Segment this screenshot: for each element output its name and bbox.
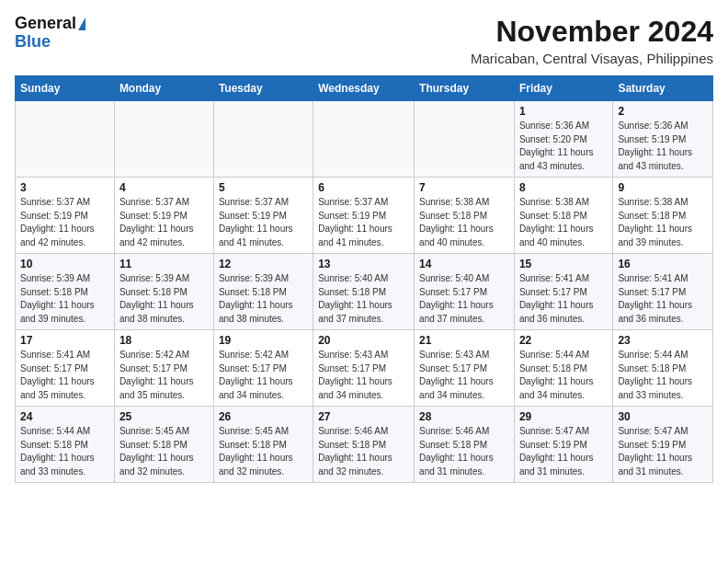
- day-number: 11: [119, 258, 209, 270]
- day-number: 20: [318, 334, 409, 347]
- calendar-cell: 17Sunrise: 5:41 AM Sunset: 5:17 PM Dayli…: [16, 330, 115, 407]
- day-number: 4: [119, 181, 209, 194]
- calendar-cell: 3Sunrise: 5:37 AM Sunset: 5:19 PM Daylig…: [16, 178, 115, 254]
- calendar-cell: 4Sunrise: 5:37 AM Sunset: 5:19 PM Daylig…: [114, 178, 213, 254]
- day-number: 9: [618, 181, 708, 194]
- calendar-cell: 21Sunrise: 5:43 AM Sunset: 5:17 PM Dayli…: [415, 330, 515, 407]
- weekday-header-sunday: Sunday: [16, 76, 115, 101]
- day-number: 15: [519, 258, 608, 270]
- day-number: 10: [20, 258, 109, 270]
- calendar-cell: [313, 101, 415, 178]
- calendar-cell: 14Sunrise: 5:40 AM Sunset: 5:17 PM Dayli…: [415, 254, 515, 330]
- calendar-cell: 1Sunrise: 5:36 AM Sunset: 5:20 PM Daylig…: [514, 101, 612, 178]
- calendar-cell: 12Sunrise: 5:39 AM Sunset: 5:18 PM Dayli…: [213, 254, 313, 330]
- day-number: 3: [20, 181, 109, 194]
- day-info: Sunrise: 5:39 AM Sunset: 5:18 PM Dayligh…: [219, 272, 308, 326]
- day-info: Sunrise: 5:43 AM Sunset: 5:17 PM Dayligh…: [419, 349, 509, 402]
- calendar-cell: 2Sunrise: 5:36 AM Sunset: 5:19 PM Daylig…: [613, 101, 713, 178]
- day-info: Sunrise: 5:40 AM Sunset: 5:18 PM Dayligh…: [318, 272, 409, 326]
- calendar-cell: 19Sunrise: 5:42 AM Sunset: 5:17 PM Dayli…: [213, 330, 313, 407]
- day-info: Sunrise: 5:46 AM Sunset: 5:18 PM Dayligh…: [419, 425, 509, 478]
- day-number: 28: [419, 410, 509, 423]
- day-info: Sunrise: 5:39 AM Sunset: 5:18 PM Dayligh…: [20, 272, 109, 326]
- day-number: 12: [219, 258, 308, 270]
- day-number: 27: [318, 410, 409, 423]
- calendar-cell: 7Sunrise: 5:38 AM Sunset: 5:18 PM Daylig…: [415, 178, 515, 254]
- calendar-table: SundayMondayTuesdayWednesdayThursdayFrid…: [15, 75, 713, 483]
- weekday-header-friday: Friday: [514, 76, 612, 101]
- logo-text-general: General: [15, 15, 85, 33]
- day-info: Sunrise: 5:47 AM Sunset: 5:19 PM Dayligh…: [519, 425, 608, 478]
- day-info: Sunrise: 5:38 AM Sunset: 5:18 PM Dayligh…: [419, 196, 509, 249]
- day-number: 29: [519, 410, 608, 423]
- day-number: 23: [618, 334, 708, 347]
- day-info: Sunrise: 5:41 AM Sunset: 5:17 PM Dayligh…: [519, 272, 608, 326]
- day-info: Sunrise: 5:36 AM Sunset: 5:19 PM Dayligh…: [618, 120, 708, 173]
- calendar-cell: 8Sunrise: 5:38 AM Sunset: 5:18 PM Daylig…: [514, 178, 612, 254]
- calendar-cell: 30Sunrise: 5:47 AM Sunset: 5:19 PM Dayli…: [613, 407, 713, 483]
- calendar-cell: 27Sunrise: 5:46 AM Sunset: 5:18 PM Dayli…: [313, 407, 415, 483]
- month-title: November 2024: [471, 15, 713, 49]
- day-number: 17: [20, 334, 109, 347]
- calendar-week-5: 24Sunrise: 5:44 AM Sunset: 5:18 PM Dayli…: [16, 407, 713, 483]
- logo-text-blue: Blue: [15, 33, 51, 52]
- page-header: General Blue November 2024 Maricaban, Ce…: [15, 15, 713, 66]
- day-number: 8: [519, 181, 608, 194]
- calendar-cell: 5Sunrise: 5:37 AM Sunset: 5:19 PM Daylig…: [213, 178, 313, 254]
- day-number: 7: [419, 181, 509, 194]
- day-info: Sunrise: 5:36 AM Sunset: 5:20 PM Dayligh…: [519, 120, 608, 173]
- day-number: 18: [119, 334, 209, 347]
- day-number: 21: [419, 334, 509, 347]
- calendar-cell: 9Sunrise: 5:38 AM Sunset: 5:18 PM Daylig…: [613, 178, 713, 254]
- calendar-cell: 26Sunrise: 5:45 AM Sunset: 5:18 PM Dayli…: [213, 407, 313, 483]
- weekday-header-row: SundayMondayTuesdayWednesdayThursdayFrid…: [16, 76, 713, 101]
- day-number: 25: [119, 410, 209, 423]
- calendar-cell: 23Sunrise: 5:44 AM Sunset: 5:18 PM Dayli…: [613, 330, 713, 407]
- day-number: 14: [419, 258, 509, 270]
- weekday-header-thursday: Thursday: [415, 76, 515, 101]
- calendar-cell: 28Sunrise: 5:46 AM Sunset: 5:18 PM Dayli…: [415, 407, 515, 483]
- day-info: Sunrise: 5:40 AM Sunset: 5:17 PM Dayligh…: [419, 272, 509, 326]
- calendar-cell: 13Sunrise: 5:40 AM Sunset: 5:18 PM Dayli…: [313, 254, 415, 330]
- day-info: Sunrise: 5:42 AM Sunset: 5:17 PM Dayligh…: [119, 349, 209, 402]
- day-number: 1: [519, 105, 608, 118]
- calendar-week-3: 10Sunrise: 5:39 AM Sunset: 5:18 PM Dayli…: [16, 254, 713, 330]
- day-number: 24: [20, 410, 109, 423]
- weekday-header-wednesday: Wednesday: [313, 76, 415, 101]
- day-number: 2: [618, 105, 708, 118]
- day-info: Sunrise: 5:38 AM Sunset: 5:18 PM Dayligh…: [618, 196, 708, 249]
- day-info: Sunrise: 5:44 AM Sunset: 5:18 PM Dayligh…: [20, 425, 109, 478]
- calendar-cell: [114, 101, 213, 178]
- day-info: Sunrise: 5:41 AM Sunset: 5:17 PM Dayligh…: [618, 272, 708, 326]
- day-info: Sunrise: 5:43 AM Sunset: 5:17 PM Dayligh…: [318, 349, 409, 402]
- day-number: 19: [219, 334, 308, 347]
- logo: General Blue: [15, 15, 85, 52]
- day-info: Sunrise: 5:47 AM Sunset: 5:19 PM Dayligh…: [618, 425, 708, 478]
- day-info: Sunrise: 5:37 AM Sunset: 5:19 PM Dayligh…: [20, 196, 109, 249]
- weekday-header-saturday: Saturday: [613, 76, 713, 101]
- calendar-cell: 24Sunrise: 5:44 AM Sunset: 5:18 PM Dayli…: [16, 407, 115, 483]
- day-info: Sunrise: 5:39 AM Sunset: 5:18 PM Dayligh…: [119, 272, 209, 326]
- day-info: Sunrise: 5:44 AM Sunset: 5:18 PM Dayligh…: [618, 349, 708, 402]
- calendar-cell: [213, 101, 313, 178]
- day-info: Sunrise: 5:37 AM Sunset: 5:19 PM Dayligh…: [119, 196, 209, 249]
- day-number: 13: [318, 258, 409, 270]
- day-info: Sunrise: 5:37 AM Sunset: 5:19 PM Dayligh…: [318, 196, 409, 249]
- day-number: 5: [219, 181, 308, 194]
- location-title: Maricaban, Central Visayas, Philippines: [471, 51, 713, 66]
- calendar-cell: [415, 101, 515, 178]
- calendar-week-4: 17Sunrise: 5:41 AM Sunset: 5:17 PM Dayli…: [16, 330, 713, 407]
- day-info: Sunrise: 5:46 AM Sunset: 5:18 PM Dayligh…: [318, 425, 409, 478]
- calendar-cell: 22Sunrise: 5:44 AM Sunset: 5:18 PM Dayli…: [514, 330, 612, 407]
- calendar-cell: 25Sunrise: 5:45 AM Sunset: 5:18 PM Dayli…: [114, 407, 213, 483]
- day-number: 16: [618, 258, 708, 270]
- calendar-cell: 15Sunrise: 5:41 AM Sunset: 5:17 PM Dayli…: [514, 254, 612, 330]
- calendar-cell: 10Sunrise: 5:39 AM Sunset: 5:18 PM Dayli…: [16, 254, 115, 330]
- day-info: Sunrise: 5:42 AM Sunset: 5:17 PM Dayligh…: [219, 349, 308, 402]
- day-info: Sunrise: 5:44 AM Sunset: 5:18 PM Dayligh…: [519, 349, 608, 402]
- day-info: Sunrise: 5:45 AM Sunset: 5:18 PM Dayligh…: [219, 425, 308, 478]
- day-number: 30: [618, 410, 708, 423]
- day-info: Sunrise: 5:38 AM Sunset: 5:18 PM Dayligh…: [519, 196, 608, 249]
- calendar-cell: 16Sunrise: 5:41 AM Sunset: 5:17 PM Dayli…: [613, 254, 713, 330]
- day-info: Sunrise: 5:41 AM Sunset: 5:17 PM Dayligh…: [20, 349, 109, 402]
